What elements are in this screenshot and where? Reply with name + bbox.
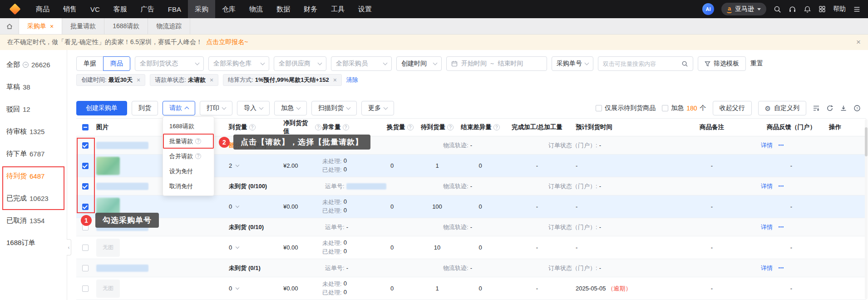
view-segment-button[interactable]: 商品: [103, 56, 130, 71]
filter-select[interactable]: 全部采购仓库: [208, 56, 269, 71]
main-menu-item[interactable]: 广告: [134, 0, 161, 18]
expand-arrival-icon[interactable]: [236, 163, 239, 167]
main-menu-item[interactable]: FBA: [161, 0, 188, 18]
custom-columns-button[interactable]: ⚙ 自定义列: [758, 101, 806, 115]
toolbar-dropdown-button[interactable]: 扫描到货: [311, 101, 357, 115]
open-tab[interactable]: 批量请款: [62, 18, 104, 34]
payment-menu-item[interactable]: 批量请款 ?: [163, 134, 214, 149]
reset-button[interactable]: 重置: [750, 60, 763, 68]
search-icon[interactable]: [774, 5, 781, 13]
sidebar-status-item[interactable]: 1688订单: [0, 232, 67, 254]
notification-bell-icon[interactable]: [804, 5, 811, 13]
row-more-icon[interactable]: ⋯: [778, 265, 784, 271]
filter-select[interactable]: 全部采购员: [331, 56, 392, 71]
payment-menu-item[interactable]: 设为免付: [163, 164, 214, 179]
view-segment-button[interactable]: 单据: [76, 56, 104, 71]
toolbar-dropdown-button[interactable]: 导入: [237, 101, 270, 115]
tag-remove-icon[interactable]: ×: [137, 76, 140, 84]
payment-request-button[interactable]: 请款: [163, 101, 195, 115]
help-icon[interactable]: ?: [407, 124, 414, 130]
toolbar-dropdown-button[interactable]: 更多: [361, 101, 394, 115]
help-icon[interactable]: ?: [447, 124, 454, 130]
ai-assistant-button[interactable]: AI: [702, 3, 714, 15]
row-checkbox[interactable]: [82, 245, 89, 251]
create-po-button[interactable]: 创建采购单: [76, 101, 127, 115]
headset-support-icon[interactable]: [789, 5, 796, 13]
clear-filters-link[interactable]: 清除: [346, 76, 358, 84]
row-more-icon[interactable]: ⋯: [778, 183, 784, 190]
arrival-button[interactable]: 到货: [132, 101, 158, 115]
tab-close-icon[interactable]: ×: [50, 23, 54, 30]
expand-arrival-icon[interactable]: [236, 204, 239, 208]
banner-close-icon[interactable]: ×: [856, 38, 861, 47]
sidebar-status-item[interactable]: 已完成 10623: [0, 187, 67, 210]
table-help-icon[interactable]: ?: [853, 105, 861, 112]
search-input[interactable]: [603, 60, 679, 67]
row-checkbox[interactable]: [82, 285, 89, 292]
help-icon[interactable]: ?: [195, 138, 201, 144]
sidebar-status-item[interactable]: 全部 26626: [0, 54, 67, 76]
sidebar-status-item[interactable]: 驳回 12: [0, 98, 67, 120]
detail-link[interactable]: 详情: [761, 223, 773, 231]
main-menu-item[interactable]: 客服: [107, 0, 134, 18]
only-pending-toggle[interactable]: 仅展示待到货商品: [596, 104, 656, 112]
apps-grid-icon[interactable]: [819, 5, 826, 13]
toolbar-dropdown-button[interactable]: 加急: [274, 101, 307, 115]
sidebar-status-item[interactable]: 待下单 6787: [0, 143, 67, 165]
row-more-icon[interactable]: ⋯: [778, 224, 784, 230]
main-menu-item[interactable]: 商品: [29, 0, 56, 18]
open-tab[interactable]: 物流追踪: [148, 18, 190, 34]
scrollbar-thumb[interactable]: [865, 127, 868, 156]
open-tab[interactable]: 采购单 ×: [19, 18, 62, 34]
sidebar-status-item[interactable]: 草稿 38: [0, 76, 67, 98]
help-icon[interactable]: ?: [493, 124, 500, 130]
row-checkbox[interactable]: [82, 224, 89, 230]
main-menu-item[interactable]: 销售: [56, 0, 84, 18]
sidebar-status-item[interactable]: 待到货 6487: [0, 165, 67, 187]
main-menu-item[interactable]: 仓库: [215, 0, 242, 18]
only-pending-checkbox[interactable]: [596, 105, 602, 111]
open-tab[interactable]: 1688请款: [104, 18, 148, 34]
hamburger-menu-icon[interactable]: [853, 5, 861, 13]
vertical-scrollbar[interactable]: [865, 119, 868, 299]
help-icon[interactable]: ?: [249, 124, 256, 130]
sidebar-status-item[interactable]: 待审核 1325: [0, 120, 67, 143]
main-menu-item[interactable]: 数据: [270, 0, 297, 18]
urgent-checkbox[interactable]: [662, 105, 668, 111]
account-switcher[interactable]: a 亚马逊: [721, 3, 766, 15]
filter-select[interactable]: 全部到货状态: [135, 56, 204, 71]
app-logo[interactable]: [7, 0, 23, 18]
main-menu-item[interactable]: 财务: [297, 0, 324, 18]
row-checkbox[interactable]: [82, 142, 89, 149]
main-menu-item[interactable]: 工具: [324, 0, 351, 18]
row-more-icon[interactable]: ⋯: [778, 142, 784, 149]
expand-arrival-icon[interactable]: [236, 286, 239, 290]
column-sort-icon[interactable]: [813, 105, 820, 112]
search-icon[interactable]: [681, 60, 688, 67]
row-checkbox[interactable]: [82, 163, 89, 169]
circle-filter-icon[interactable]: [23, 62, 29, 68]
row-checkbox[interactable]: [82, 204, 89, 210]
toolbar-dropdown-button[interactable]: 打印: [200, 101, 232, 115]
main-menu-item[interactable]: VC: [84, 0, 107, 18]
help-icon[interactable]: ?: [315, 124, 321, 130]
main-menu-item[interactable]: 采购: [188, 0, 215, 18]
main-menu-item[interactable]: 设置: [351, 0, 379, 18]
home-tab[interactable]: [0, 18, 19, 34]
tag-remove-icon[interactable]: ×: [333, 76, 337, 84]
main-menu-item[interactable]: 物流: [242, 0, 270, 18]
expand-arrival-icon[interactable]: [236, 245, 239, 249]
detail-link[interactable]: 详情: [761, 182, 773, 190]
help-link[interactable]: 帮助: [833, 5, 846, 13]
row-checkbox[interactable]: [82, 183, 89, 190]
payment-menu-item[interactable]: 合并请款 ?: [163, 149, 214, 164]
payment-menu-item[interactable]: 取消免付: [163, 179, 214, 194]
refresh-icon[interactable]: [826, 105, 833, 112]
help-icon[interactable]: ?: [343, 124, 349, 130]
filter-template-button[interactable]: 筛选模板: [698, 56, 746, 71]
filter-select[interactable]: 全部供应商: [274, 56, 326, 71]
select-all-checkbox[interactable]: [82, 124, 89, 130]
urgent-toggle[interactable]: 加急 180 个: [662, 104, 706, 112]
date-range-picker[interactable]: 开始时间 ~ 结束时间: [446, 56, 547, 71]
banner-signup-link[interactable]: 点击立即报名~: [206, 38, 248, 46]
